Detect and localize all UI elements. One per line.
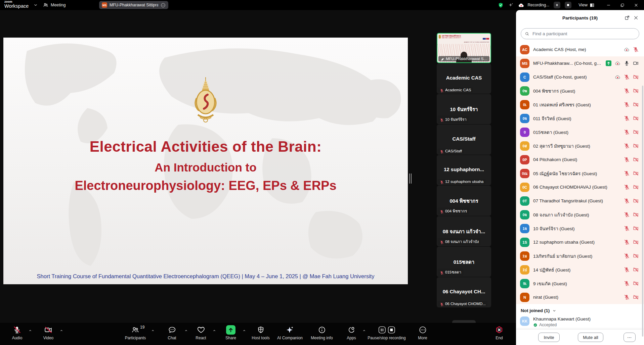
camera-muted-icon [633, 102, 639, 107]
mic-muted-icon [624, 267, 630, 273]
toolbar-video-button[interactable]: Video [43, 325, 53, 340]
minimize-button[interactable] [604, 0, 613, 10]
mic-muted-icon [440, 149, 444, 153]
not-joined-row[interactable]: KK Khaunnapa Kaewart (Guest) Accepted [516, 314, 644, 327]
mute-all-button[interactable]: Mute all [578, 333, 603, 342]
chevron-down-icon[interactable] [33, 3, 38, 7]
toolbar-chat-button[interactable]: Chat [168, 325, 176, 340]
participant-row[interactable]: 0 015ชลดา (Guest) [516, 125, 644, 139]
avatar: AC [520, 45, 529, 54]
participant-search[interactable] [521, 28, 639, 39]
not-joined-header[interactable]: Not joined (1) [516, 304, 644, 314]
invite-button[interactable]: Invite [538, 333, 560, 342]
close-icon[interactable] [631, 0, 641, 10]
camera-muted-icon [633, 74, 639, 80]
participant-row[interactable]: C CAS/Staff (Co-host, guest) [516, 70, 644, 84]
participant-row[interactable]: 0C 06 Chayayot CHOMDHAVAJ (Guest) [516, 180, 644, 194]
participant-row[interactable]: 0ณ 05 ณัฏฐ์ดนัย ไชยวรฉัตร (Guest) [516, 166, 644, 180]
mic-muted-icon [440, 88, 444, 92]
participant-row[interactable]: MS MFU-Phakkharaw... (Co-host, guest) [516, 56, 644, 70]
avatar: 0จ [520, 210, 529, 219]
toolbar-label: React [196, 336, 206, 340]
participant-row[interactable]: 0P 04 Pitchakorn (Guest) [516, 153, 644, 166]
search-input[interactable] [532, 31, 635, 37]
participants-panel-title: Participants (19) [562, 15, 598, 20]
pause-recording-button[interactable] [554, 2, 560, 8]
mic-muted-icon [624, 157, 630, 162]
participant-row[interactable]: 1ม 13ภัทรกันย์ มาลัยกนก (Guest) [516, 249, 644, 263]
participant-row[interactable]: N nirat (Guest) [516, 290, 644, 304]
chevron-up-icon[interactable] [29, 328, 32, 331]
chevron-up-icon[interactable] [362, 328, 366, 331]
camera-on-icon [633, 60, 639, 66]
participant-row[interactable]: 1S 12 suphaphorn utsaha (Guest) [516, 235, 644, 249]
video-tile[interactable]: 08 จงนภา แก้วจำ... 08 จงนภา แก้วจำบัง [437, 216, 491, 246]
panel-more-button[interactable]: ⋯ [624, 333, 636, 342]
video-tile[interactable]: 10 จันทร์จิรา 10 จันทร์จิรา [437, 94, 491, 124]
panel-resize-handle[interactable] [409, 174, 412, 184]
tab-shared-screen[interactable]: MS MFU-Phakkharawat Sittiprapapir [99, 1, 168, 9]
participant-status-icons [624, 253, 639, 259]
close-icon[interactable] [633, 15, 639, 20]
stop-recording-button[interactable] [565, 2, 571, 8]
video-tile[interactable]: Academic CAS Academic CAS [437, 63, 491, 94]
toolbar-end-button[interactable]: End [495, 325, 503, 340]
participant-row[interactable]: 1ป 14 ปฏิพัทธ์ (Guest) [516, 263, 644, 277]
participant-name: 05 ณัฏฐ์ดนัย ไชยวรฉัตร (Guest) [533, 170, 620, 177]
participant-row[interactable]: 0จ 011 จีรวิทย์ (Guest) [516, 111, 644, 125]
participant-status-icons [624, 157, 639, 162]
participant-row[interactable]: 0เ 01 เทอดพงษ์ ศรีเพชร (Guest) [516, 98, 644, 111]
participant-row[interactable]: 0พ 004 พิชชากร (Guest) [516, 84, 644, 98]
tab-meeting[interactable]: Meeting [43, 0, 66, 10]
toolbar-host-tools-button[interactable]: Host tools [252, 325, 269, 340]
video-tile[interactable]: 12 suphaphorn... 12 suphaphorn utsaha [437, 155, 491, 185]
participant-row[interactable]: 9เ 9 เขมภัค (Guest) [516, 277, 644, 290]
end-call-icon [495, 325, 503, 335]
participant-row[interactable]: 1จ 10 จันทร์จิรา (Guest) [516, 221, 644, 235]
video-tile-label: 08 จงนภา แก้วจำบัง [438, 238, 481, 245]
maximize-button[interactable] [617, 0, 627, 10]
more-ellipsis-icon[interactable] [161, 3, 166, 8]
panel-scrollbar[interactable] [642, 86, 643, 337]
view-button[interactable]: View [578, 3, 595, 8]
chevron-up-icon[interactable] [184, 328, 188, 331]
university-crest-icon [439, 35, 441, 39]
mic-muted-icon [624, 239, 630, 245]
video-tile[interactable]: 015ชลดา 015ชลดา [437, 247, 491, 277]
toolbar-audio-button[interactable]: Audio [12, 325, 23, 340]
chevron-up-icon[interactable] [243, 328, 246, 331]
participant-row[interactable]: 0จ 08 จงนภา แก้วจำบัง (Guest) [516, 208, 644, 221]
video-tile[interactable]: 004 พิชชากร 004 พิชชากร [437, 186, 491, 216]
video-tile-name-label: 08 จงนภา แก้วจำบัง [445, 239, 479, 245]
popout-panel-icon[interactable] [625, 15, 630, 20]
video-tile-label: 015ชลดา [438, 268, 463, 276]
toolbar-pause-stop-recording-button[interactable]: Pause/stop recording [368, 325, 405, 340]
video-tile[interactable]: 06 Chayayot CH... 06 Chayayot CHOMD... [437, 277, 491, 307]
chevron-up-icon[interactable] [60, 328, 63, 331]
chevron-up-icon[interactable] [213, 328, 216, 331]
toolbar-more-button[interactable]: More [418, 325, 427, 340]
mfu-university-emblem [192, 77, 219, 125]
toolbar-participants-button[interactable]: 19Participants [125, 325, 146, 340]
participant-row[interactable]: 0T 07 Tharadhol Tangsritrakul (Guest) [516, 194, 644, 208]
video-tile-name-label: Academic CAS [445, 88, 471, 92]
camera-muted-icon [633, 115, 639, 121]
toolbar-ai-companion-button[interactable]: AI Companion [277, 325, 303, 340]
participant-row[interactable]: AC Academic CAS (Host, me) [516, 43, 644, 56]
search-icon [525, 32, 529, 36]
camera-muted-icon [633, 143, 639, 149]
host-tools-shield-icon [257, 325, 265, 335]
video-tile-active-speaker[interactable]: มหาวิทยาลัยแม่ฟ้าหลวง MAE FAH LUANG UNIV… [437, 33, 491, 63]
toolbar-apps-button[interactable]: Apps [347, 325, 356, 340]
chevron-up-icon[interactable] [151, 328, 155, 331]
toolbar-meeting-info-button[interactable]: Meeting info [311, 325, 333, 340]
toolbar-react-button[interactable]: React [196, 325, 206, 340]
participant-row[interactable]: 0ส 02 สุดารวี มัทซูยามา (Guest) [516, 139, 644, 153]
participant-status-icons [624, 184, 639, 190]
camera-muted-icon [633, 253, 639, 259]
participant-name: 015ชลดา (Guest) [533, 129, 620, 136]
toolbar-share-button[interactable]: Share [225, 325, 236, 340]
ai-companion-sparkle-icon[interactable] [508, 2, 514, 8]
video-tile[interactable]: CAS/Staff CAS/Staff [437, 125, 491, 155]
security-shield-icon[interactable] [498, 2, 504, 8]
